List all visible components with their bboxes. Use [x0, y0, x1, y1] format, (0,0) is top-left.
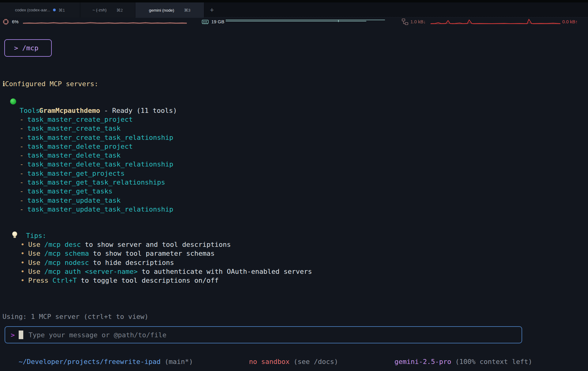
git-branch: (main*)	[165, 358, 193, 365]
model-name: gemini-2.5-pro	[394, 358, 451, 365]
tip-text: to authenticate with OAuth-enabled serve…	[141, 268, 312, 275]
bullet-icon: •	[21, 249, 24, 258]
tool-name: task_master_update_task_relationship	[27, 205, 173, 213]
tool-name: task_master_get_projects	[27, 170, 125, 177]
tool-item: -task_master_create_task_relationship	[20, 133, 173, 142]
bullet-icon: •	[21, 258, 24, 267]
tool-name: task_master_get_task_relationships	[27, 178, 165, 186]
command-echo-text: > /mcp	[14, 44, 38, 52]
lightbulb-icon	[12, 231, 17, 236]
footer-model-group: gemini-2.5-pro(100% context left)	[378, 348, 532, 357]
tab-shortcut: ⌘3	[184, 8, 190, 13]
bullet-icon: •	[21, 240, 24, 249]
tip-item: •Use/mcp nodescto hide descriptions	[21, 258, 174, 267]
text-cursor	[19, 331, 23, 339]
tip-command: /mcp schema	[44, 250, 89, 257]
server-name: GramMcpauthdemo	[39, 107, 100, 114]
footer-path-group: ~/Developer/projects/freewrite-ipad(main…	[2, 348, 193, 357]
server-status-green-icon	[10, 98, 16, 105]
dash-icon: -	[20, 151, 24, 160]
tool-name: task_master_delete_project	[27, 143, 133, 150]
cpu-sparkline[interactable]	[23, 18, 187, 25]
tools-label: Tools:	[20, 106, 44, 115]
dash-icon: -	[20, 124, 24, 133]
tool-name: task_master_get_tasks	[27, 187, 112, 195]
tip-text: to show server and tool descriptions	[85, 241, 231, 248]
command-echo-box: > /mcp	[4, 39, 52, 57]
memory-icon	[202, 18, 209, 25]
dash-icon: -	[20, 160, 24, 169]
tip-command: /mcp auth <server-name>	[44, 268, 138, 275]
message-input[interactable]: > Type your message or @path/to/file	[5, 326, 522, 343]
working-directory: ~/Developer/projects/freewrite-ipad	[19, 358, 161, 365]
tip-item: •PressCtrl+Tto toggle tool descriptions …	[21, 276, 219, 285]
server-row: GramMcpauthdemo- Ready (11 tools)	[23, 97, 177, 106]
tab-label: gemini (node)	[149, 8, 174, 13]
tab-zsh[interactable]: ~ (-zsh) ⌘2	[80, 2, 135, 17]
mcp-info-line: ℹConfigured MCP servers:	[2, 79, 98, 88]
tool-name: task_master_delete_task_relationship	[27, 160, 173, 168]
tab-gemini-active[interactable]: gemini (node) ⌘3	[135, 2, 204, 18]
tool-item: -task_master_get_tasks	[20, 187, 112, 196]
tip-text: to hide descriptions	[93, 259, 174, 266]
tool-name: task_master_delete_task	[27, 151, 121, 159]
terminal-window: codex (codex-aar... ⌘1 ~ (-zsh) ⌘2 gemin…	[0, 0, 588, 371]
tool-name: task_master_create_task	[27, 124, 121, 132]
tool-item: -task_master_update_task_relationship	[20, 205, 173, 214]
input-placeholder: Type your message or @path/to/file	[28, 331, 166, 339]
tool-item: -task_master_get_task_relationships	[20, 178, 165, 187]
dash-icon: -	[20, 196, 24, 205]
cpu-usage-label[interactable]: 6%	[12, 18, 19, 25]
mcp-using-line: Using: 1 MCP server (ctrl+t to view)	[2, 312, 149, 321]
network-icon	[401, 18, 409, 25]
tips-label: Tips:	[26, 231, 46, 240]
tool-item: -task_master_update_task	[20, 196, 121, 205]
tip-prefix: Use	[28, 250, 40, 257]
network-sparkline[interactable]	[431, 18, 560, 25]
tool-name: task_master_create_task_relationship	[27, 134, 173, 141]
tool-name: task_master_create_project	[27, 116, 133, 123]
memory-usage-label[interactable]: 19 GB	[211, 18, 224, 25]
tip-text: to show tool parameter schemas	[93, 250, 214, 257]
new-tab-button[interactable]: +	[206, 2, 218, 17]
tab-label: ~ (-zsh)	[92, 8, 107, 12]
tip-prefix: Use	[28, 268, 40, 275]
memory-sparkline[interactable]	[225, 18, 385, 25]
sandbox-hint: (see /docs)	[293, 358, 338, 365]
tip-item: •Use/mcp schemato show tool parameter sc…	[21, 249, 215, 258]
dash-icon: -	[20, 142, 24, 151]
footer-sandbox-group: no sandbox(see /docs)	[233, 348, 338, 357]
tab-label: codex (codex-aar...	[15, 8, 50, 12]
tip-prefix: Use	[28, 259, 40, 266]
input-prompt: >	[11, 331, 15, 339]
tip-item: •Use/mcp descto show server and tool des…	[21, 240, 231, 249]
bullet-icon: •	[21, 276, 24, 285]
dash-icon: -	[20, 205, 24, 214]
server-status: - Ready (11 tools)	[104, 107, 177, 114]
tool-item: -task_master_create_task	[20, 124, 121, 133]
tab-bar: codex (codex-aar... ⌘1 ~ (-zsh) ⌘2 gemin…	[0, 2, 588, 17]
dash-icon: -	[20, 187, 24, 196]
tab-codex[interactable]: codex (codex-aar... ⌘1	[0, 2, 80, 17]
tip-command: Ctrl+T	[52, 277, 77, 284]
tip-command: /mcp nodesc	[44, 259, 89, 266]
bullet-icon: •	[21, 267, 24, 276]
tool-item: -task_master_get_projects	[20, 169, 125, 178]
sandbox-status: no sandbox	[249, 358, 289, 365]
net-upload-label[interactable]: 0.0 kB↑	[562, 18, 578, 25]
tool-item: -task_master_delete_project	[20, 142, 133, 151]
window-top-strip	[0, 0, 588, 2]
net-download-label[interactable]: 1.0 kB↓	[410, 18, 426, 25]
tool-item: -task_master_create_project	[20, 115, 133, 124]
tool-item: -task_master_delete_task_relationship	[20, 160, 173, 169]
tab-shortcut: ⌘1	[58, 8, 65, 13]
activity-dot-icon	[53, 9, 56, 11]
tip-text: to toggle tool descriptions on/off	[81, 277, 219, 284]
dash-icon: -	[20, 178, 24, 187]
dash-icon: -	[20, 115, 24, 124]
context-left: (100% context left)	[455, 358, 532, 365]
tip-prefix: Use	[28, 241, 40, 248]
tip-command: /mcp desc	[44, 241, 81, 248]
tip-item: •Use/mcp auth <server-name>to authentica…	[21, 267, 312, 276]
tool-name: task_master_update_task	[27, 197, 121, 204]
